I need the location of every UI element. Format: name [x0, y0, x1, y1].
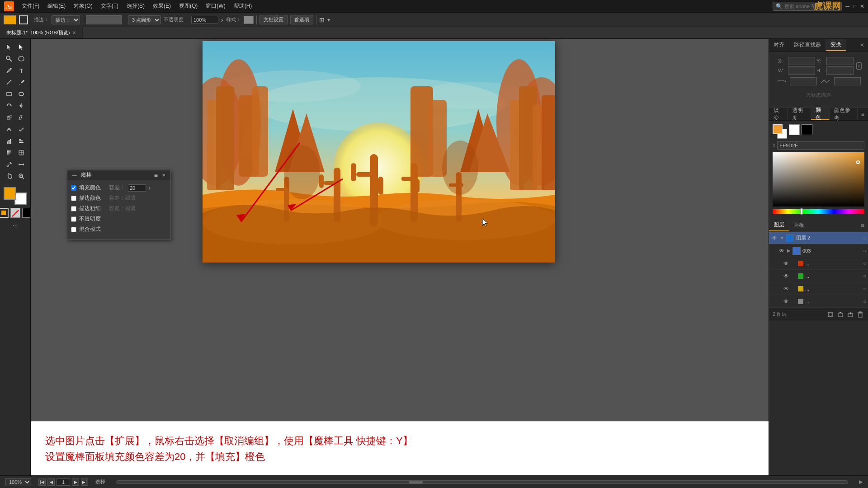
select-tool[interactable]	[4, 42, 15, 52]
green-visibility-btn[interactable]: 👁	[783, 273, 790, 279]
layer-item-red[interactable]: 👁 ... ○	[769, 257, 868, 270]
none-mode-btn[interactable]	[10, 208, 20, 218]
menu-edit[interactable]: 编辑(E)	[44, 1, 69, 11]
bar-chart-tool[interactable]	[16, 136, 27, 146]
shear-tool[interactable]	[16, 112, 27, 123]
layer2-lock[interactable]: ○	[863, 235, 866, 241]
page-number-input[interactable]	[57, 479, 70, 486]
make-clip-mask-btn[interactable]	[826, 310, 835, 319]
layers-panel-menu[interactable]: ≡	[857, 222, 868, 229]
color-panel-menu-btn[interactable]: ≡	[858, 108, 868, 120]
003-visibility-btn[interactable]: 👁	[778, 248, 785, 254]
x-input[interactable]	[788, 57, 815, 65]
art-board[interactable]	[203, 41, 555, 263]
status-right-arrow[interactable]: ▶	[859, 479, 863, 485]
layer-item-003[interactable]: 👁 ▶ 003 ○	[769, 244, 868, 257]
panel-titlebar[interactable]: — 魔棒 ≡ ✕	[67, 170, 170, 180]
next-page-btn[interactable]: ▶	[72, 479, 79, 486]
window-minimize-btn[interactable]: ─	[845, 3, 849, 9]
gradient-tool[interactable]	[4, 147, 15, 158]
hex-input[interactable]	[777, 141, 864, 150]
menu-help[interactable]: 帮助(H)	[230, 1, 256, 11]
fill-tolerance-up[interactable]: ›	[149, 185, 151, 191]
layer-item-gray[interactable]: 👁 ... ○	[769, 295, 868, 308]
green-lock[interactable]: ○	[863, 273, 866, 279]
menu-file[interactable]: 文件(F)	[18, 1, 43, 11]
hue-thumb[interactable]	[800, 208, 803, 215]
warp-tool[interactable]	[4, 124, 15, 135]
shear-input[interactable]	[834, 77, 861, 85]
panel-close-btn[interactable]: ✕	[160, 173, 167, 178]
constraint-icon[interactable]	[855, 62, 863, 70]
stroke-width-checkbox[interactable]	[71, 206, 76, 211]
tab-transform[interactable]: 变换	[826, 39, 846, 51]
toolbar-mode-select[interactable]: 插边：	[52, 15, 80, 24]
toolbar-color-preview[interactable]	[86, 15, 122, 24]
black-swatch[interactable]	[802, 124, 812, 135]
stroke-color-checkbox[interactable]	[71, 196, 76, 201]
red-lock[interactable]: ○	[863, 261, 866, 266]
toolbar-fill-swatch[interactable]	[4, 15, 16, 24]
panel-menu-btn[interactable]: ≡	[154, 172, 158, 179]
canvas-scroll-area[interactable]: — 魔棒 ≡ ✕ 填充颜色 容差： ›	[31, 39, 769, 421]
menu-window[interactable]: 窗口(W)	[202, 1, 229, 11]
background-color-swatch[interactable]	[14, 192, 27, 205]
hue-bar[interactable]	[773, 209, 864, 214]
rotate-tool[interactable]	[4, 100, 15, 111]
reshape-tool[interactable]	[16, 124, 27, 135]
magic-wand-tool[interactable]	[4, 53, 15, 64]
yellow-lock[interactable]: ○	[863, 286, 866, 291]
blend-mode-checkbox[interactable]	[71, 227, 76, 232]
pen-tool[interactable]	[4, 65, 15, 76]
tab-color-ref[interactable]: 颜色参考	[830, 108, 858, 120]
toolbar-arrange-arrow[interactable]: ▾	[327, 17, 330, 23]
toolbar-opacity-arrow[interactable]: ›	[221, 16, 223, 23]
window-close-btn[interactable]: ✕	[860, 3, 864, 9]
foreground-color-swatch[interactable]	[4, 187, 16, 200]
black-mode-btn[interactable]	[22, 208, 31, 218]
tab-layers[interactable]: 图层	[769, 219, 789, 231]
mesh-tool[interactable]	[16, 147, 27, 158]
toolbar-doc-settings-btn[interactable]: 文档设置	[259, 15, 288, 24]
hand-tool[interactable]	[4, 171, 15, 182]
gray-lock[interactable]: ○	[863, 299, 866, 304]
red-visibility-btn[interactable]: 👁	[783, 260, 790, 267]
eyedropper-tool[interactable]	[4, 159, 15, 170]
tab-document[interactable]: 未标题-1* 100% (RGB/预览) ✕	[0, 27, 83, 38]
color-fg-swatch[interactable]	[773, 124, 783, 134]
line-tool[interactable]	[4, 77, 15, 88]
color-picker-gradient[interactable]	[773, 152, 864, 206]
tab-color[interactable]: 颜色	[811, 108, 830, 120]
toolbar-preferences-btn[interactable]: 首选项	[290, 15, 313, 24]
opacity-checkbox[interactable]	[71, 216, 76, 222]
last-page-btn[interactable]: ▶|	[81, 479, 88, 486]
003-expand-btn[interactable]: ▶	[787, 248, 791, 253]
rpanel-close-btn[interactable]: ✕	[856, 39, 868, 51]
scale-tool[interactable]	[4, 112, 15, 123]
white-swatch[interactable]	[789, 124, 800, 135]
yellow-visibility-btn[interactable]: 👁	[783, 286, 790, 292]
delete-layer-btn[interactable]	[856, 310, 864, 319]
tab-transparency[interactable]: 透明度	[788, 108, 811, 120]
toolbar-style-preview[interactable]	[244, 16, 254, 24]
direct-select-tool[interactable]	[16, 42, 27, 52]
layer2-visibility-btn[interactable]: 👁	[771, 235, 778, 241]
bottom-scrollbar[interactable]	[116, 480, 848, 484]
003-lock[interactable]: ○	[863, 248, 866, 253]
y-input[interactable]	[826, 57, 854, 65]
rect-tool[interactable]	[4, 89, 15, 99]
tool-extra-btn[interactable]: ···	[13, 221, 18, 229]
fill-color-checkbox[interactable]	[71, 185, 76, 191]
w-input[interactable]	[788, 66, 815, 75]
type-tool[interactable]: T	[16, 65, 27, 76]
panel-minimize-btn[interactable]: —	[71, 173, 78, 178]
menu-effect[interactable]: 效果(E)	[149, 1, 175, 11]
tab-pathfinder[interactable]: 路径查找器	[789, 39, 826, 51]
scrollbar-thumb[interactable]	[409, 481, 423, 483]
pencil-tool[interactable]	[16, 77, 27, 88]
rotate-input[interactable]	[790, 77, 817, 85]
ellipse-tool[interactable]	[16, 89, 27, 99]
tab-artboards[interactable]: 画板	[789, 220, 809, 231]
window-maximize-btn[interactable]: □	[853, 3, 856, 9]
layer-item-green[interactable]: 👁 ... ○	[769, 270, 868, 282]
